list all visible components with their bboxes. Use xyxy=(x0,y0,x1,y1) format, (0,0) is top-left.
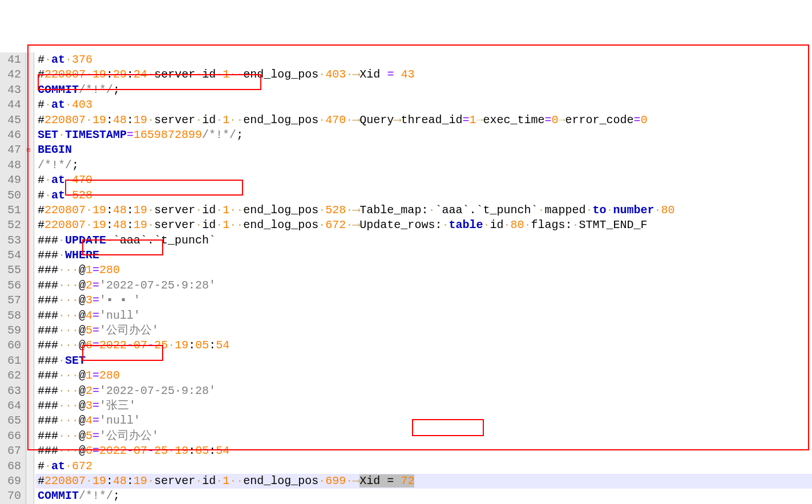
code-line[interactable]: ###···@2='2022-07-25·9:28' xyxy=(35,384,812,399)
line-number[interactable]: 64 xyxy=(2,399,21,413)
line-number[interactable]: 70 xyxy=(2,489,21,503)
code-area[interactable]: #·at·376#220807·19:29:24·server·id·1··en… xyxy=(34,52,812,504)
line-number[interactable]: 57 xyxy=(2,293,21,308)
code-line[interactable]: /*!*/; xyxy=(35,158,812,173)
code-line[interactable]: ###·SET xyxy=(35,353,812,368)
line-number[interactable]: 69 xyxy=(2,474,21,489)
code-line[interactable]: #·at·403 xyxy=(35,97,812,112)
line-number[interactable]: 53 xyxy=(2,233,21,248)
code-line[interactable]: COMMIT/*!*/; xyxy=(35,489,812,503)
fold-column[interactable]: ⊟ xyxy=(26,52,34,504)
line-number[interactable]: 68 xyxy=(2,459,21,474)
code-line[interactable]: ###···@4='null' xyxy=(35,413,812,428)
line-number[interactable]: 55 xyxy=(2,263,21,278)
line-number[interactable]: 56 xyxy=(2,278,21,293)
code-line[interactable]: ###···@1=280 xyxy=(35,263,812,278)
line-number[interactable]: 45 xyxy=(2,113,21,128)
line-number[interactable]: 46 xyxy=(2,128,21,143)
line-number[interactable]: 61 xyxy=(2,353,21,368)
code-line[interactable]: #·at·528 xyxy=(35,188,812,203)
line-number[interactable]: 42 xyxy=(2,67,21,82)
fold-toggle-icon[interactable]: ⊟ xyxy=(27,143,31,157)
code-line[interactable]: #220807·19:29:24·server·id·1··end_log_po… xyxy=(35,67,812,82)
line-number[interactable]: 66 xyxy=(2,429,21,444)
line-number[interactable]: 65 xyxy=(2,413,21,428)
code-line[interactable]: ###···@1=280 xyxy=(35,368,812,383)
code-line[interactable]: ###·WHERE xyxy=(35,248,812,263)
line-number[interactable]: 60 xyxy=(2,338,21,353)
line-number-gutter[interactable]: 4142434445464748495051525354555657585960… xyxy=(0,52,26,504)
code-line[interactable]: BEGIN xyxy=(35,143,812,157)
code-line[interactable]: ###···@4='null' xyxy=(35,308,812,323)
code-line[interactable]: #220807·19:48:19·server·id·1··end_log_po… xyxy=(35,203,812,218)
line-number[interactable]: 58 xyxy=(2,308,21,323)
code-line[interactable]: #·at·672 xyxy=(35,459,812,474)
line-number[interactable]: 43 xyxy=(2,83,21,97)
line-number[interactable]: 50 xyxy=(2,188,21,203)
code-line[interactable]: ###···@5='公司办公' xyxy=(35,429,812,444)
line-number[interactable]: 41 xyxy=(2,52,21,67)
code-line[interactable]: SET·TIMESTAMP=1659872899/*!*/; xyxy=(35,128,812,143)
code-line[interactable]: #220807·19:48:19·server·id·1··end_log_po… xyxy=(35,218,812,233)
code-line[interactable]: #220807·19:48:19·server·id·1··end_log_po… xyxy=(35,113,812,128)
line-number[interactable]: 59 xyxy=(2,323,21,338)
code-line[interactable]: ###···@6=2022-07-25·19:05:54 xyxy=(35,444,812,458)
line-number[interactable]: 54 xyxy=(2,248,21,263)
code-line[interactable]: ###···@2='2022-07-25·9:28' xyxy=(35,278,812,293)
line-number[interactable]: 49 xyxy=(2,173,21,188)
code-line[interactable]: #·at·376 xyxy=(35,52,812,67)
line-number[interactable]: 47 xyxy=(2,143,21,157)
line-number[interactable]: 48 xyxy=(2,158,21,173)
code-line[interactable]: COMMIT/*!*/; xyxy=(35,83,812,97)
code-line[interactable]: ###···@3='▪ ▪ ' xyxy=(35,293,812,308)
line-number[interactable]: 52 xyxy=(2,218,21,233)
line-number[interactable]: 44 xyxy=(2,97,21,112)
line-number[interactable]: 63 xyxy=(2,384,21,399)
code-line[interactable]: ###···@5='公司办公' xyxy=(35,323,812,338)
line-number[interactable]: 51 xyxy=(2,203,21,218)
code-line[interactable]: ###·UPDATE·`aaa`.`t_punch` xyxy=(35,233,812,248)
code-line[interactable]: #220807·19:48:19·server·id·1··end_log_po… xyxy=(35,474,812,489)
line-number[interactable]: 62 xyxy=(2,368,21,383)
code-line[interactable]: ###···@6=2022-07-25·19:05:54 xyxy=(35,338,812,353)
code-line[interactable]: ###···@3='张三' xyxy=(35,399,812,413)
code-editor[interactable]: 4142434445464748495051525354555657585960… xyxy=(0,52,812,504)
line-number[interactable]: 67 xyxy=(2,444,21,458)
code-line[interactable]: #·at·470 xyxy=(35,173,812,188)
